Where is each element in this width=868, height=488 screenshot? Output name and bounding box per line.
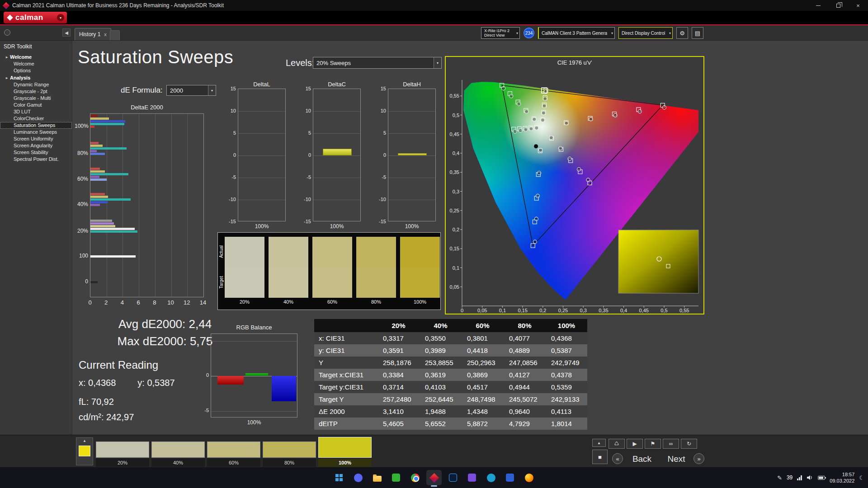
axis-tick-label: 0 [199, 372, 209, 378]
clock[interactable]: 18:57 09.03.2022 [830, 471, 854, 484]
battery-icon[interactable] [818, 476, 825, 480]
de-formula-dropdown[interactable]: 2000 ▾ [166, 85, 216, 96]
gridline [313, 111, 360, 112]
tab-close-icon[interactable]: x [104, 32, 107, 37]
pattern-button-40%[interactable]: 40% [151, 435, 205, 467]
generator-dropdown[interactable]: CalMAN Client 3 Pattern Generator ▾ [538, 27, 615, 39]
sidebar-item-colorchecker[interactable]: ColorChecker [0, 115, 72, 122]
levels-dropdown[interactable]: 20% Sweeps ▾ [313, 57, 442, 69]
measured-point-red [613, 113, 617, 117]
sidebar-item-dynamic-range[interactable]: Dynamic Range [0, 81, 72, 88]
taskbar-icon-calman[interactable] [426, 470, 442, 485]
sidebar-item-screen-angularity[interactable]: Screen Angularity [0, 142, 72, 149]
axis-tick-label: -15 [222, 219, 236, 224]
axis-tick-label: -15 [372, 219, 386, 224]
gridline [155, 114, 156, 297]
moon-icon[interactable]: ☾ [859, 474, 864, 481]
loop-button[interactable]: ↻ [681, 439, 697, 449]
sidebar-item-screen-stability[interactable]: Screen Stability [0, 149, 72, 156]
sidebar-item-welcome[interactable]: Welcome [0, 61, 72, 67]
current-fl: fL: 70,92 [79, 397, 114, 407]
measured-point-magenta [568, 157, 571, 160]
volume-icon[interactable] [807, 475, 813, 480]
taskbar-icon-edge[interactable] [483, 470, 499, 485]
back-button[interactable]: Back [626, 454, 658, 464]
taskbar-icon-chrome[interactable] [407, 470, 423, 485]
sidebar-item-spectral-power-dist[interactable]: Spectral Power Dist. [0, 156, 72, 163]
taskbar-icon-greenshot[interactable] [388, 470, 404, 485]
notification-count[interactable]: 39 [787, 474, 793, 481]
pattern-button-100%[interactable]: 100% [318, 435, 372, 467]
value-cell: 1,9488 [420, 405, 462, 418]
logo-menu-chevron-icon[interactable]: ▾ [57, 14, 64, 21]
bar [90, 255, 136, 258]
taskbar-icon-firefox[interactable] [521, 470, 537, 485]
y-tick-label: 0,25 [450, 208, 459, 213]
pattern-button-20%[interactable]: 20% [96, 435, 149, 467]
taskbar-icon-folder[interactable] [369, 470, 385, 485]
play-button[interactable]: ▶ [627, 439, 643, 449]
taskbar-icon-photos[interactable] [464, 470, 480, 485]
sidebar-item-grayscale-multi[interactable]: Grayscale - Multi [0, 95, 72, 102]
minimize-button[interactable] [808, 0, 828, 11]
taskbar-icon-photoshop[interactable] [445, 470, 461, 485]
sidebar-item-grayscale-2pt[interactable]: Grayscale - 2pt [0, 88, 72, 95]
gridline [238, 178, 285, 178]
value-cell: 5,4605 [377, 418, 420, 430]
back-chevron-button[interactable]: « [612, 453, 623, 464]
axis-tick-label: -5 [372, 174, 386, 180]
settings-gear-button[interactable]: ⚙ [676, 27, 688, 39]
pattern-button[interactable]: ⚑ [645, 439, 661, 449]
tab-history[interactable]: History 1 x [75, 28, 111, 40]
session-menu-button[interactable] [4, 29, 10, 36]
tab-stub[interactable] [110, 30, 120, 40]
taskbar-icon-discord[interactable] [350, 470, 366, 485]
pattern-button-60%[interactable]: 60% [207, 435, 260, 467]
calman-logo-button[interactable]: calman ▾ [4, 12, 67, 23]
close-button[interactable]: × [848, 0, 868, 11]
tree-parent-welcome[interactable]: ▸Welcome [0, 53, 72, 61]
cie-chart-panel: CIE 1976 u'v' 00,050,050,10,10,150,150,2… [445, 56, 704, 314]
pattern-swatch [263, 441, 316, 458]
sidebar-item-color-gamut[interactable]: Color Gamut [0, 102, 72, 108]
infinity-button[interactable]: ∞ [663, 439, 679, 449]
meter-dropdown[interactable]: X-Rite i1Pro 2 Direct View ▾ [481, 27, 520, 39]
sidebar-item-saturation-sweeps[interactable]: Saturation Sweeps [0, 122, 72, 129]
pattern-label: 60% [207, 459, 260, 467]
layout-grid-button[interactable]: ▤ [692, 27, 703, 39]
trash-button[interactable]: ♺ [609, 439, 625, 449]
bar [90, 178, 107, 181]
display-control-dropdown[interactable]: Direct Display Control ▾ [618, 27, 673, 39]
sidebar-item-luminance-sweeps[interactable]: Luminance Sweeps [0, 129, 72, 136]
taskbar-icon-start[interactable] [331, 470, 347, 485]
bar-group [90, 255, 136, 258]
tree-parent-analysis[interactable]: ▸Analysis [0, 74, 72, 81]
stop-pattern-button[interactable]: ■ [592, 450, 608, 464]
pen-icon[interactable]: ✎ [777, 474, 782, 481]
sidebar-item-options[interactable]: Options [0, 67, 72, 74]
pattern-button-80%[interactable]: 80% [263, 435, 316, 467]
measured-point-green [517, 102, 521, 106]
chevron-down-icon: ▾ [434, 57, 441, 68]
eject-button[interactable]: ▲ [592, 439, 606, 447]
maximize-button[interactable] [828, 0, 848, 11]
measured-point-yellow [541, 118, 545, 122]
window-controls: × [808, 0, 868, 11]
measured-point-yellow [542, 104, 546, 108]
sidebar-collapse-button[interactable]: ◀ [62, 28, 71, 37]
next-button[interactable]: Next [660, 454, 693, 464]
sidebar-item-3d-lut[interactable]: 3D LUT [0, 108, 72, 115]
taskbar-icon-word[interactable] [502, 470, 518, 485]
start-logo-icon [335, 474, 343, 481]
network-icon[interactable] [797, 475, 802, 480]
sidebar-item-screen-uniformity[interactable]: Screen Uniformity [0, 136, 72, 142]
measured-point-green [525, 110, 528, 113]
value-cell: 0,4517 [462, 381, 504, 393]
next-chevron-button[interactable]: » [693, 453, 704, 464]
meter-status-badge[interactable]: 234 [524, 28, 534, 38]
system-tray: ✎ 39 18:57 09.03.2022 ☾ [777, 467, 864, 488]
value-cell: 0,5359 [546, 381, 587, 393]
y-tick-label: 0,3 [453, 189, 459, 194]
cie-diagram-holder: 00,050,050,10,10,150,150,20,20,250,250,3… [447, 66, 703, 315]
x-tick-label: 0,1 [499, 308, 506, 313]
